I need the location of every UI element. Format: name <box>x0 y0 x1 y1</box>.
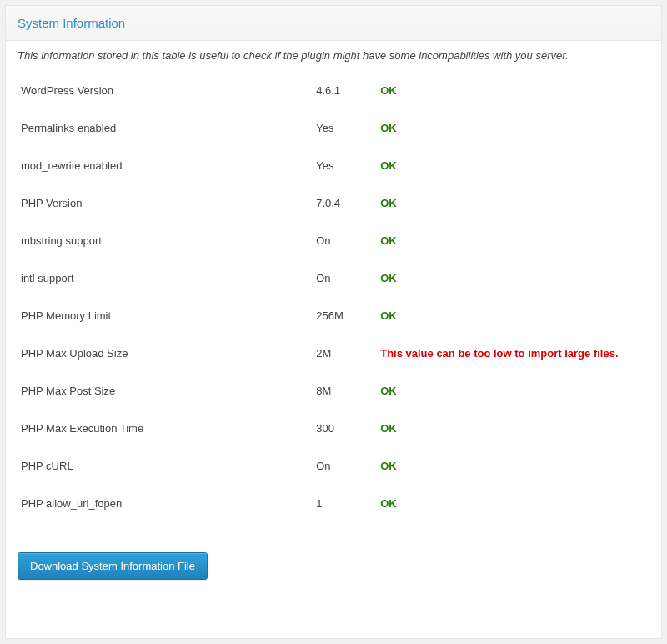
system-info-table-wrap: WordPress Version4.6.1OKPermalinks enabl… <box>6 67 661 537</box>
row-value: 7.0.4 <box>308 184 372 222</box>
row-label: PHP cURL <box>13 447 308 485</box>
row-label: PHP Version <box>13 184 308 222</box>
status-ok: OK <box>372 222 654 259</box>
table-row: mod_rewrite enabledYesOK <box>13 147 654 184</box>
table-row: Permalinks enabledYesOK <box>13 109 654 147</box>
panel-title: System Information <box>6 6 661 41</box>
row-value: Yes <box>308 109 372 147</box>
status-ok: OK <box>372 147 654 184</box>
table-row: PHP Max Upload Size2MThis value can be t… <box>13 335 654 372</box>
status-ok: OK <box>372 72 654 109</box>
status-ok: OK <box>372 372 654 410</box>
row-value: On <box>308 259 372 297</box>
table-row: WordPress Version4.6.1OK <box>13 72 654 109</box>
row-label: mod_rewrite enabled <box>13 147 308 184</box>
status-ok: OK <box>372 410 654 447</box>
row-label: PHP Max Upload Size <box>13 335 308 372</box>
row-label: PHP allow_url_fopen <box>13 485 308 522</box>
status-warning: This value can be too low to import larg… <box>372 335 654 372</box>
row-value: On <box>308 447 372 485</box>
table-row: PHP Version7.0.4OK <box>13 184 654 222</box>
row-value: 8M <box>308 372 372 410</box>
table-row: PHP Max Execution Time300OK <box>13 410 654 447</box>
table-row: PHP Memory Limit256MOK <box>13 297 654 335</box>
row-value: Yes <box>308 147 372 184</box>
row-label: PHP Max Post Size <box>13 372 308 410</box>
system-info-table: WordPress Version4.6.1OKPermalinks enabl… <box>13 72 654 522</box>
row-label: Permalinks enabled <box>13 109 308 147</box>
status-ok: OK <box>372 297 654 335</box>
table-row: PHP cURLOnOK <box>13 447 654 485</box>
row-value: 256M <box>308 297 372 335</box>
status-ok: OK <box>372 109 654 147</box>
row-value: 300 <box>308 410 372 447</box>
row-value: 2M <box>308 335 372 372</box>
row-label: intl support <box>13 259 308 297</box>
row-label: WordPress Version <box>13 72 308 109</box>
button-row: Download System Information File <box>6 537 661 595</box>
table-row: PHP allow_url_fopen1OK <box>13 485 654 522</box>
table-row: PHP Max Post Size8MOK <box>13 372 654 410</box>
row-label: mbstring support <box>13 222 308 259</box>
status-ok: OK <box>372 447 654 485</box>
system-info-panel: System Information This information stor… <box>5 5 662 639</box>
download-system-info-button[interactable]: Download System Information File <box>18 552 208 580</box>
row-value: 4.6.1 <box>308 72 372 109</box>
panel-description: This information stored in this table is… <box>6 41 661 67</box>
status-ok: OK <box>372 485 654 522</box>
row-value: On <box>308 222 372 259</box>
table-row: mbstring supportOnOK <box>13 222 654 259</box>
table-row: intl supportOnOK <box>13 259 654 297</box>
status-ok: OK <box>372 184 654 222</box>
row-label: PHP Memory Limit <box>13 297 308 335</box>
row-value: 1 <box>308 485 372 522</box>
status-ok: OK <box>372 259 654 297</box>
row-label: PHP Max Execution Time <box>13 410 308 447</box>
